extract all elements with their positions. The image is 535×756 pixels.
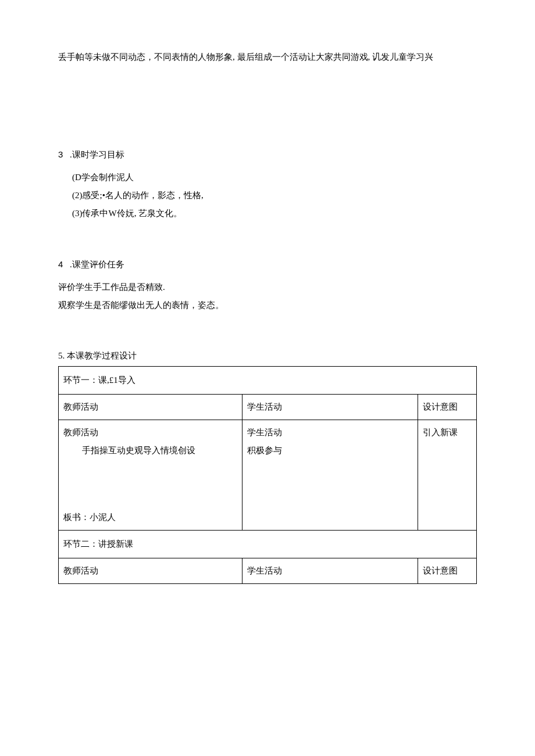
intro-paragraph: 丢手帕等未做不同动态，不同表情的人物形象, 最后组成一个活动让大家共同游戏, 讥… <box>58 49 477 65</box>
content-student-cell: 学生活动 积极参与 <box>242 420 418 531</box>
phase-1-cell: 环节一：课,£1导入 <box>59 367 477 395</box>
table-row-phase-1: 环节一：课,£1导入 <box>59 367 477 395</box>
header2-design-intent: 设计意图 <box>418 558 477 584</box>
section-3-heading: 3 .课时学习目标 <box>58 146 477 163</box>
section-3: 3 .课时学习目标 (D学会制作泥人 (2)感受;•名人的动作，影态，性格, (… <box>58 146 477 221</box>
table-row-header-2: 教师活动 学生活动 设计意图 <box>59 558 477 584</box>
teacher-line-1: 教师活动 <box>63 425 237 440</box>
table-row-header-1: 教师活动 学生活动 设计意图 <box>59 395 477 420</box>
header-teacher-activity: 教师活动 <box>59 395 242 420</box>
content-intent-cell: 引入新课 <box>418 420 477 531</box>
header2-student-activity: 学生活动 <box>242 558 418 584</box>
section-5-title: 5. 本课教学过程设计 <box>58 348 477 364</box>
section-3-title: .课时学习目标 <box>70 150 124 159</box>
section-3-item-1: (D学会制作泥人 <box>58 170 477 185</box>
student-line-2: 积极参与 <box>247 443 413 458</box>
section-4-title: .课堂评价任务 <box>70 260 124 269</box>
section-3-item-3: (3)传承中W伶妧, 艺泉文化。 <box>58 206 477 221</box>
header2-teacher-activity: 教师活动 <box>59 558 242 584</box>
phase-2-cell: 环节二：讲授新课 <box>59 531 477 558</box>
section-3-number: 3 <box>58 149 63 159</box>
table-row-content-1: 教师活动 手指操互动史观导入情境创设 板书：小泥人 学生活动 积极参与 引入新课 <box>59 420 477 531</box>
section-4-heading: 4 .课堂评价任务 <box>58 256 477 273</box>
section-4-line-1: 评价学生手工作品是否精致. <box>58 280 477 295</box>
section-4: 4 .课堂评价任务 评价学生手工作品是否精致. 观察学生是否能缪做出无人的袠情，… <box>58 256 477 313</box>
section-3-item-2: (2)感受;•名人的动作，影态，性格, <box>58 188 477 203</box>
header-student-activity: 学生活动 <box>242 395 418 420</box>
table-row-phase-2: 环节二：讲授新课 <box>59 531 477 558</box>
header-design-intent: 设计意图 <box>418 395 477 420</box>
student-line-1: 学生活动 <box>247 425 413 440</box>
section-4-number: 4 <box>58 259 63 269</box>
content-teacher-cell: 教师活动 手指操互动史观导入情境创设 板书：小泥人 <box>59 420 242 531</box>
section-5: 5. 本课教学过程设计 环节一：课,£1导入 教师活动 学生活动 设计意图 教师… <box>58 348 477 584</box>
teacher-line-2: 手指操互动史观导入情境创设 <box>63 443 237 458</box>
teacher-board-note: 板书：小泥人 <box>63 510 116 525</box>
teaching-process-table: 环节一：课,£1导入 教师活动 学生活动 设计意图 教师活动 手指操互动史观导入… <box>58 366 477 584</box>
section-4-line-2: 观察学生是否能缪做出无人的袠情，姿态。 <box>58 298 477 313</box>
intent-text: 引入新课 <box>423 425 472 440</box>
